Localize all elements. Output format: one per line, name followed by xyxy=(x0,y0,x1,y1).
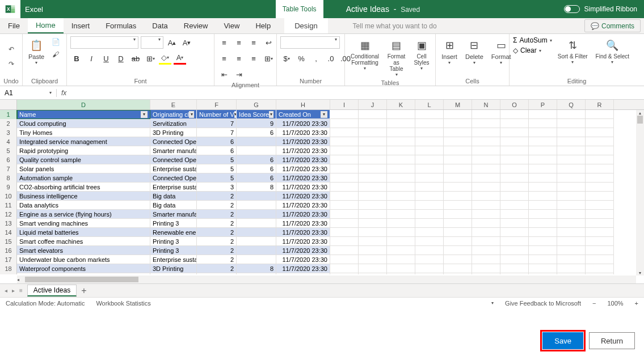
add-sheet-button[interactable]: + xyxy=(81,286,86,296)
cell-created[interactable]: 11/7/2020 23:30 xyxy=(276,183,330,192)
cell-name[interactable]: Solar panels xyxy=(17,164,150,173)
cell-score[interactable]: 6 xyxy=(237,173,276,183)
cell-empty[interactable] xyxy=(330,219,359,228)
align-top-button[interactable]: ≡ xyxy=(218,36,230,49)
cell-empty[interactable] xyxy=(330,128,359,137)
cell-empty[interactable] xyxy=(557,237,586,246)
find-select-button[interactable]: 🔍Find & Select▾ xyxy=(594,36,632,66)
cell-empty[interactable] xyxy=(444,201,472,210)
cell-created[interactable]: 11/7/2020 23:30 xyxy=(276,128,330,137)
cell-empty[interactable] xyxy=(472,237,500,246)
cell-empty[interactable] xyxy=(586,110,614,119)
cell-orig[interactable]: Enterprise susta xyxy=(150,183,197,192)
cell-empty[interactable] xyxy=(387,183,415,192)
cell-empty[interactable] xyxy=(500,201,529,210)
cell-empty[interactable] xyxy=(529,146,557,155)
cell-empty[interactable] xyxy=(330,246,359,255)
decrease-font-button[interactable]: A▾ xyxy=(180,36,193,49)
cell-empty[interactable] xyxy=(330,146,359,155)
cell-votes[interactable]: 2 xyxy=(197,192,237,201)
cell-votes[interactable]: 7 xyxy=(197,119,237,128)
cell-empty[interactable] xyxy=(415,164,444,173)
cell-empty[interactable] xyxy=(586,183,614,192)
cell-empty[interactable] xyxy=(557,128,586,137)
cell-created[interactable]: 11/7/2020 23:30 xyxy=(276,219,330,228)
cell-empty[interactable] xyxy=(529,246,557,255)
cell-empty[interactable] xyxy=(472,119,500,128)
cell-empty[interactable] xyxy=(415,183,444,192)
cell-empty[interactable] xyxy=(586,201,614,210)
cell-empty[interactable] xyxy=(500,110,529,119)
tell-me-search[interactable]: Tell me what you want to do xyxy=(345,18,445,33)
cell-votes[interactable]: 2 xyxy=(197,237,237,246)
cell-orig[interactable]: Enterprise susta xyxy=(150,164,197,173)
cell-empty[interactable] xyxy=(359,164,387,173)
row-header-1[interactable]: 1 xyxy=(0,110,17,119)
tab-home[interactable]: Home xyxy=(28,18,64,33)
cell-created[interactable]: 11/7/2020 23:30 xyxy=(276,228,330,237)
cell-empty[interactable] xyxy=(359,137,387,146)
tab-formulas[interactable]: Formulas xyxy=(98,18,144,33)
cell-empty[interactable] xyxy=(529,110,557,119)
cell-votes[interactable]: 2 xyxy=(197,219,237,228)
cell-empty[interactable] xyxy=(359,192,387,201)
cell-empty[interactable] xyxy=(415,146,444,155)
cell-empty[interactable] xyxy=(359,183,387,192)
cell-empty[interactable] xyxy=(415,155,444,164)
cell-votes[interactable]: 2 xyxy=(197,201,237,210)
align-center-button[interactable]: ≡ xyxy=(233,52,245,65)
cell-empty[interactable] xyxy=(415,219,444,228)
cell-empty[interactable] xyxy=(330,164,359,173)
cell-empty[interactable] xyxy=(529,237,557,246)
cell-empty[interactable] xyxy=(500,264,529,273)
sheet-nav-right[interactable]: ▸ xyxy=(12,287,15,294)
cell-empty[interactable] xyxy=(415,237,444,246)
cell-orig[interactable]: Printing 3 xyxy=(150,219,197,228)
cell-empty[interactable] xyxy=(359,255,387,264)
cell-empty[interactable] xyxy=(359,246,387,255)
copy-button[interactable]: 📄 xyxy=(50,36,61,48)
cell-votes[interactable]: 2 xyxy=(197,246,237,255)
cell-empty[interactable] xyxy=(529,137,557,146)
cell-empty[interactable] xyxy=(330,110,359,119)
cell-empty[interactable] xyxy=(472,155,500,164)
align-middle-button[interactable]: ≡ xyxy=(233,36,245,49)
insert-cells-button[interactable]: ⊞Insert▾ xyxy=(439,36,460,66)
cell-empty[interactable] xyxy=(500,137,529,146)
cell-empty[interactable] xyxy=(557,264,586,273)
toggle-switch-icon[interactable] xyxy=(564,5,580,13)
cell-name[interactable]: Automation sample xyxy=(17,173,150,183)
filter-icon[interactable]: ▾ xyxy=(269,111,273,118)
cell-empty[interactable] xyxy=(586,173,614,183)
cell-score[interactable] xyxy=(237,273,276,274)
cell-orig[interactable]: Connected Oper xyxy=(150,137,197,146)
cell-created[interactable]: 11/7/2020 23:30 xyxy=(276,137,330,146)
cell-empty[interactable] xyxy=(415,264,444,273)
cell-created[interactable]: 11/7/2020 23:30 xyxy=(276,273,330,274)
italic-button[interactable]: I xyxy=(85,52,98,65)
cell-name[interactable]: Rapid prototyping xyxy=(17,146,150,155)
cell-empty[interactable] xyxy=(500,237,529,246)
cell-empty[interactable] xyxy=(586,273,614,274)
row-header-8[interactable]: 8 xyxy=(0,173,17,183)
cell-name[interactable]: CO2-absorbing artificial trees xyxy=(17,183,150,192)
cell-empty[interactable] xyxy=(472,264,500,273)
cell-orig[interactable]: Printing 3 xyxy=(150,246,197,255)
cell-empty[interactable] xyxy=(472,173,500,183)
col-header-O[interactable]: O xyxy=(500,100,529,109)
row-header-10[interactable]: 10 xyxy=(0,192,17,201)
cell-score[interactable] xyxy=(237,219,276,228)
cell-created[interactable]: 11/7/2020 23:30 xyxy=(276,173,330,183)
cell-empty[interactable] xyxy=(557,110,586,119)
cell-empty[interactable] xyxy=(500,192,529,201)
cell-empty[interactable] xyxy=(330,119,359,128)
wrap-text-button[interactable]: ↩ xyxy=(262,36,275,49)
select-all-corner[interactable] xyxy=(0,100,17,109)
chevron-down-icon[interactable]: ▾ xyxy=(49,90,52,95)
cell-created[interactable]: 11/7/2020 23:30 xyxy=(276,255,330,264)
cell-empty[interactable] xyxy=(500,273,529,274)
cell-score[interactable] xyxy=(237,137,276,146)
cell-empty[interactable] xyxy=(500,146,529,155)
cell-empty[interactable] xyxy=(330,228,359,237)
tab-file[interactable]: File xyxy=(0,18,28,33)
